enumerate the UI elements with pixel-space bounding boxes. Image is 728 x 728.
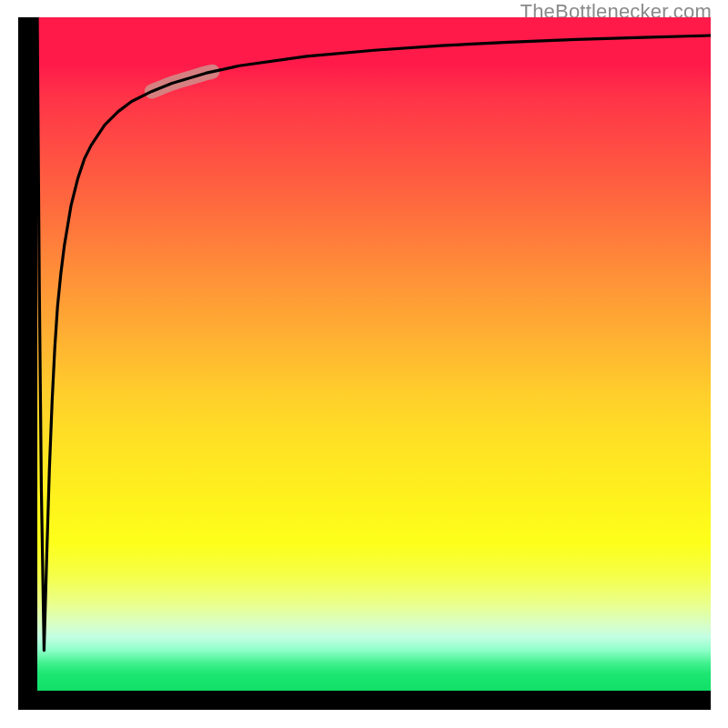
x-axis-bar — [18, 691, 711, 710]
main-curve — [37, 17, 711, 651]
y-axis-bar — [18, 17, 37, 710]
plot-area — [37, 17, 711, 691]
chart-root: TheBottlenecker.com — [0, 0, 728, 728]
curve-layer — [37, 17, 711, 691]
